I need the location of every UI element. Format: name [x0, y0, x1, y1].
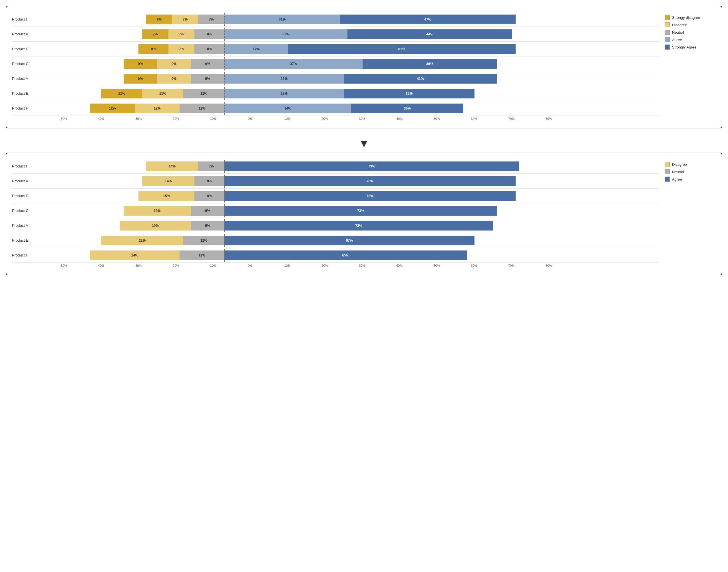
neutral-bar: 9%: [191, 206, 224, 216]
neutral-bar: 9%: [191, 221, 224, 230]
bars-wrapper: 8%7%7%33%44%: [38, 29, 523, 40]
axis-tick: 30%: [359, 117, 365, 120]
legend-swatch: [665, 15, 670, 20]
legend-item: Disagree: [665, 22, 716, 27]
agree-bar: 72%: [224, 221, 493, 230]
disagree-bar: 7%: [169, 44, 195, 54]
disagree-bar: 9%: [157, 74, 191, 84]
chart1-row: Product E11%11%11%32%35%: [12, 86, 659, 101]
disagree-bar: 24%: [90, 251, 180, 260]
agree-bar: 78%: [224, 191, 515, 201]
axis-tick: -30%: [134, 264, 142, 267]
arrow-down: ▼: [6, 137, 722, 150]
neutral-bar: 11%: [183, 89, 224, 98]
row-label: Product A: [12, 223, 38, 228]
neutral-bar: 9%: [191, 59, 224, 69]
row-label: Product H: [12, 106, 38, 111]
row-label: Product E: [12, 91, 38, 95]
axis-tick: 60%: [471, 264, 477, 267]
arrow-symbol: ▼: [358, 137, 370, 150]
chart1-area: Product I7%7%7%31%47%Product K8%7%7%33%4…: [12, 12, 659, 125]
bars-wrapper: 9%19%72%: [38, 220, 523, 231]
chart1-row: Product D8%7%8%17%61%: [12, 42, 659, 57]
agree-bar: 79%: [224, 161, 519, 171]
axis-tick: -40%: [97, 117, 105, 120]
legend-swatch: [665, 30, 670, 35]
legend-item: Agree: [665, 176, 716, 182]
axis-tick: 50%: [434, 264, 440, 267]
neutral-bar: 11%: [183, 236, 224, 245]
chart1-row: Product C9%9%9%37%36%: [12, 57, 659, 71]
disagree-bar: 12%: [135, 103, 180, 113]
chart1-body: Product I7%7%7%31%47%Product K8%7%7%33%4…: [12, 12, 716, 125]
agree-bar: 33%: [224, 29, 348, 39]
strongly-disagree-bar: 8%: [138, 44, 169, 54]
legend-item: Neutral: [665, 169, 716, 174]
axis-tick: 10%: [284, 264, 291, 267]
chart1-container: Product I7%7%7%31%47%Product K8%7%7%33%4…: [6, 6, 722, 128]
chart1-row: Product I7%7%7%31%47%: [12, 12, 659, 27]
axis-tick: 50%: [434, 117, 440, 120]
bars-wrapper: 8%7%8%17%61%: [38, 44, 523, 54]
bars-wrapper: 11%11%11%32%35%: [38, 88, 523, 99]
strongly-disagree-bar: 7%: [146, 14, 172, 24]
legend-label: Neutral: [672, 170, 684, 174]
agree-bar: 67%: [224, 236, 475, 245]
bars-wrapper: 9%9%9%32%41%: [38, 74, 523, 84]
axis-tick: -50%: [60, 117, 67, 120]
agree-bar: 78%: [224, 176, 515, 186]
strongly-disagree-bar: 9%: [124, 59, 157, 69]
chart2-rows: Product I7%14%79%Product K8%14%78%Produc…: [12, 159, 659, 263]
bars-wrapper: 7%14%79%: [38, 161, 523, 171]
row-label: Product D: [12, 194, 38, 198]
chart2-area: Product I7%14%79%Product K8%14%78%Produc…: [12, 159, 659, 272]
row-label: Product I: [12, 164, 38, 168]
bars-wrapper: 12%24%65%: [38, 250, 523, 261]
strongly-agree-bar: 41%: [344, 74, 497, 84]
neutral-bar: 8%: [194, 176, 224, 186]
chart1-row: Product A9%9%9%32%41%: [12, 71, 659, 86]
axis-tick: -10%: [209, 117, 217, 120]
disagree-bar: 22%: [101, 236, 183, 245]
chart2-row: Product D8%15%78%: [12, 189, 659, 203]
row-label: Product A: [12, 76, 38, 81]
disagree-bar: 19%: [120, 221, 191, 230]
chart1-legend: Strongy disagreeDisagreeNeutralAgreeStro…: [659, 12, 716, 125]
legend-label: Disagree: [672, 23, 687, 27]
legend-swatch: [665, 176, 670, 182]
row-label: Product E: [12, 238, 38, 242]
strongly-disagree-bar: 12%: [90, 103, 135, 113]
strongly-agree-bar: 36%: [363, 59, 497, 69]
chart2-row: Product C9%18%73%: [12, 203, 659, 218]
neutral-bar: 7%: [198, 14, 224, 24]
row-label: Product C: [12, 62, 38, 66]
row-label: Product C: [12, 209, 38, 213]
bars-wrapper: 11%22%67%: [38, 235, 523, 245]
agree-bar: 37%: [224, 59, 363, 69]
row-label: Product K: [12, 32, 38, 36]
axis-tick: -10%: [209, 264, 217, 267]
chart2-container: Product I7%14%79%Product K8%14%78%Produc…: [6, 153, 722, 275]
disagree-bar: 15%: [138, 191, 194, 201]
agree-bar: 31%: [224, 14, 340, 24]
axis-tick: 40%: [396, 117, 403, 120]
row-label: Product K: [12, 179, 38, 183]
row-label: Product H: [12, 253, 38, 257]
disagree-bar: 18%: [124, 206, 191, 216]
axis-tick: 70%: [508, 264, 514, 267]
disagree-bar: 7%: [172, 14, 198, 24]
disagree-bar: 9%: [157, 59, 191, 69]
chart2-axis: -50%-40%-30%-20%-10%0%10%20%30%40%50%60%…: [63, 264, 549, 272]
legend-label: Agree: [672, 177, 682, 182]
legend-swatch: [665, 169, 670, 174]
legend-item: Strongly Agree: [665, 45, 716, 50]
legend-swatch: [665, 45, 670, 50]
axis-tick: 70%: [508, 117, 514, 120]
row-label: Product I: [12, 17, 38, 21]
chart1-rows: Product I7%7%7%31%47%Product K8%7%7%33%4…: [12, 12, 659, 116]
axis-tick: 30%: [359, 264, 365, 267]
bars-wrapper: 9%18%73%: [38, 206, 523, 216]
disagree-bar: 11%: [142, 89, 183, 98]
axis-tick: 10%: [284, 117, 291, 120]
axis-tick: -20%: [172, 264, 179, 267]
